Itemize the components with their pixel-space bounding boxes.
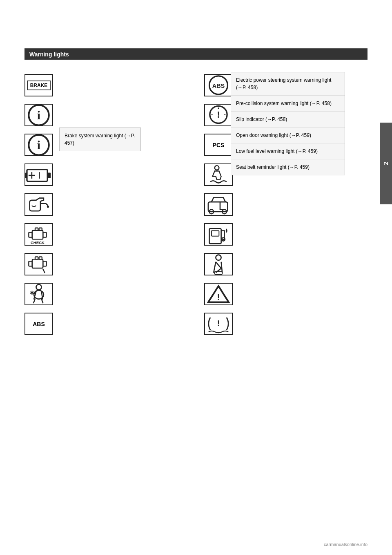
airbag-icon-box: ✱	[24, 283, 53, 305]
svg-rect-19	[43, 261, 46, 266]
triangle-icon-box: !	[204, 283, 233, 305]
check-engine-icon-box: CHECK	[24, 223, 53, 246]
pcs-info-text: Pre-collision system warning light (→P. …	[236, 101, 332, 106]
svg-rect-30	[208, 202, 228, 212]
slip-icon	[205, 163, 232, 186]
oil-can-icon	[25, 194, 52, 215]
slip-info: Slip indicator (→P. 458)	[231, 112, 345, 128]
abs-circle-icon-box: ABS	[204, 74, 233, 96]
brake-callout-text: Brake system warning light (→P. 457)	[65, 133, 135, 146]
tpms-icon-box: !	[204, 313, 233, 335]
svg-text:i: i	[37, 108, 40, 121]
brake-label: BRAKE	[27, 81, 51, 90]
battery-icon	[25, 165, 52, 185]
svg-rect-11	[32, 230, 43, 239]
door-icon-box	[204, 193, 233, 216]
airbag-icon: ✱	[25, 283, 52, 305]
svg-rect-12	[29, 232, 32, 237]
malfunction-engine-icon-box	[24, 253, 53, 275]
malfunction-engine-icon	[25, 253, 52, 275]
svg-rect-34	[212, 231, 219, 236]
tpms-row: !	[204, 311, 368, 337]
door-info: Open door warning light (→P. 459)	[231, 128, 345, 143]
pcs-info: Pre-collision system warning light (→P. …	[231, 96, 345, 112]
oil-pressure-icon-box: i	[24, 104, 53, 126]
oil-can-icon-box	[24, 193, 53, 216]
pcs-icon-box: PCS	[204, 134, 233, 156]
abs-circle-icon: ABS	[205, 74, 232, 96]
svg-text:!: !	[217, 319, 220, 327]
svg-rect-13	[43, 232, 46, 237]
oil-can-row	[24, 191, 188, 218]
door-icon	[205, 193, 232, 216]
left-column: BRAKE i	[24, 72, 196, 340]
seatbelt-icon-box	[204, 253, 233, 275]
battery-icon-box	[24, 163, 53, 186]
eps-icon: !	[205, 104, 232, 126]
airbag-row: ✱	[24, 281, 188, 307]
eps-info-text: Electric power steering system warning l…	[236, 77, 331, 90]
pcs-label: PCS	[213, 142, 225, 148]
svg-rect-15	[39, 228, 42, 230]
svg-point-10	[47, 206, 49, 208]
eps-info: Electric power steering system warning l…	[231, 72, 345, 96]
fuel-info-text: Low fuel level warning light (→P. 459)	[236, 148, 318, 154]
fuel-icon-box	[204, 223, 233, 246]
seatbelt-info-text: Seat belt reminder light (→P. 459)	[236, 164, 310, 170]
seatbelt-row	[204, 251, 368, 278]
page-container: 2 Warning lights BRAKE	[0, 0, 392, 555]
malfunction-engine-row	[24, 251, 188, 278]
svg-rect-18	[29, 261, 32, 266]
triangle-icon: !	[205, 283, 232, 305]
main-content: BRAKE i	[0, 60, 392, 345]
svg-rect-5	[47, 172, 51, 178]
brake-system-icon: i	[25, 133, 52, 157]
fuel-info: Low fuel level warning light (→P. 459)	[231, 143, 345, 159]
fuel-icon	[205, 223, 232, 246]
seatbelt-icon	[205, 252, 232, 276]
svg-text:CHECK: CHECK	[31, 240, 45, 245]
tpms-icon: !	[205, 314, 232, 334]
brake-icon-row: BRAKE	[24, 72, 188, 98]
svg-text:ABS: ABS	[212, 83, 225, 89]
brake-icon-box: BRAKE	[24, 74, 53, 96]
check-engine-row: CHECK	[24, 221, 188, 248]
abs-text-row: ABS	[24, 311, 188, 337]
svg-rect-20	[35, 257, 38, 259]
eps-icon-box: !	[204, 104, 233, 126]
slip-icon-box	[204, 163, 233, 186]
brake-system-row: i Brake system warning light (→P. 457)	[24, 132, 188, 158]
fuel-row	[204, 221, 368, 248]
section-header: Warning lights	[24, 49, 368, 60]
brake-callout: Brake system warning light (→P. 457)	[59, 128, 141, 151]
brake-system-icon-box: i	[24, 134, 53, 156]
oil-pressure-icon: i	[25, 103, 52, 127]
svg-text:!: !	[217, 109, 220, 120]
svg-rect-21	[39, 257, 42, 259]
svg-rect-17	[32, 259, 43, 268]
svg-text:✱: ✱	[30, 290, 34, 296]
svg-point-36	[216, 255, 221, 260]
svg-text:i: i	[37, 138, 40, 151]
svg-rect-14	[35, 228, 38, 230]
svg-point-29	[215, 166, 219, 170]
oil-pressure-row: i	[24, 102, 188, 128]
svg-point-22	[36, 284, 41, 290]
abs-label: ABS	[33, 321, 45, 327]
abs-text-icon-box: ABS	[24, 313, 53, 335]
triangle-row: !	[204, 281, 368, 307]
right-info-panel: Electric power steering system warning l…	[231, 72, 345, 175]
right-column: ABS Electric power steering system warni…	[196, 72, 368, 340]
door-row	[204, 191, 368, 218]
slip-info-text: Slip indicator (→P. 458)	[236, 116, 287, 122]
battery-row	[24, 161, 188, 188]
watermark: carmanualsonline.info	[324, 542, 368, 547]
door-info-text: Open door warning light (→P. 459)	[236, 132, 311, 138]
svg-rect-6	[25, 172, 27, 178]
seatbelt-info: Seat belt reminder light (→P. 459)	[231, 159, 345, 175]
svg-text:!: !	[217, 292, 220, 302]
check-engine-icon: CHECK	[25, 224, 52, 246]
